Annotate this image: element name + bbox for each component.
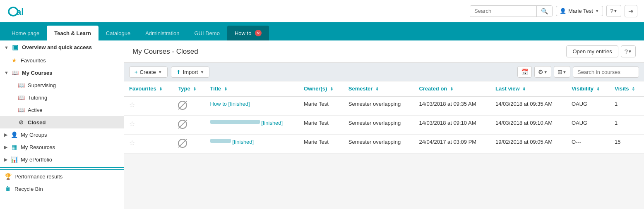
row2-favourite[interactable]: ☆	[124, 116, 173, 135]
row3-type	[173, 135, 205, 154]
sidebar-item-closed-label: Closed	[28, 119, 46, 126]
table-body: ☆ How to [finished] Marie Test Semester …	[124, 96, 644, 154]
sidebar-item-overview[interactable]: ▼ ▣ Overview and quick access	[0, 40, 124, 54]
grid-caret-icon: ▼	[562, 70, 567, 74]
myresources-icon: ▦	[10, 144, 18, 150]
col-visibility[interactable]: Visibility ⇕	[567, 81, 610, 96]
row2-title-link[interactable]: [finished]	[210, 120, 283, 126]
myeportfolio-icon: 📊	[10, 156, 18, 163]
col-semester[interactable]: Semester ⇕	[344, 81, 414, 96]
col-favourites[interactable]: Favourites ⇕	[124, 81, 173, 96]
content-help-caret: ▼	[628, 49, 632, 54]
user-menu-button[interactable]: 👤 Marie Test ▼	[556, 6, 603, 16]
col-type-label: Type	[178, 86, 190, 92]
logout-icon: ⇥	[628, 7, 634, 15]
sidebar-item-mycourses[interactable]: ▼ 📖 My Courses	[0, 66, 124, 79]
row3-favourite[interactable]: ☆	[124, 135, 173, 154]
row3-created-on: 24/04/2017 at 03:09 PM	[414, 135, 490, 154]
col-visits[interactable]: Visits ⇕	[610, 81, 644, 96]
col-title-label: Title	[210, 86, 221, 92]
tab-how-to-close-icon[interactable]: ✕	[255, 30, 262, 36]
row3-title-link[interactable]: [finished]	[210, 139, 254, 145]
row1-owner: Marie Test	[299, 96, 344, 116]
tab-home-label: Home page	[12, 30, 39, 36]
sidebar-item-tutoring[interactable]: 📖 Tutoring	[0, 91, 124, 104]
row1-last-view: 14/03/2018 at 09:35 AM	[490, 96, 567, 116]
row1-visits: 1	[610, 96, 644, 116]
row2-semester: Semester overlapping	[344, 116, 414, 135]
row3-type-icon	[178, 139, 187, 148]
tab-home[interactable]: Home page	[4, 26, 47, 40]
sidebar-item-myeportfolio[interactable]: ▶ 📊 My ePortfolio	[0, 153, 124, 166]
col-type[interactable]: Type ⇕	[173, 81, 205, 96]
import-button[interactable]: ⬆ Import ▼	[171, 66, 210, 78]
col-title-sort-icon: ⇕	[224, 87, 227, 91]
create-button[interactable]: + Create ▼	[129, 66, 168, 78]
search-courses-input[interactable]	[573, 66, 639, 78]
grid-view-button[interactable]: ⊞ ▼	[554, 66, 570, 78]
row1-star-icon[interactable]: ☆	[129, 101, 135, 108]
row1-type	[173, 96, 205, 116]
sidebar-item-recycle[interactable]: 🗑 Recycle Bin	[0, 183, 124, 195]
sidebar-item-closed[interactable]: ⊘ Closed	[0, 116, 124, 128]
tab-catalogue[interactable]: Catalogue	[99, 26, 138, 40]
courses-table: Favourites ⇕ Type ⇕ Title ⇕ Owner(s)	[124, 81, 644, 154]
col-last-view[interactable]: Last view ⇕	[490, 81, 567, 96]
col-title[interactable]: Title ⇕	[205, 81, 299, 96]
sidebar-item-performance[interactable]: 🏆 Performance results	[0, 169, 124, 183]
row1-favourite[interactable]: ☆	[124, 96, 173, 116]
tab-gui-demo[interactable]: GUI Demo	[187, 26, 227, 40]
help-button[interactable]: ? ▼	[606, 5, 621, 17]
col-last-view-label: Last view	[495, 86, 520, 92]
row1-created-on: 14/03/2018 at 09:35 AM	[414, 96, 490, 116]
settings-button[interactable]: ⚙ ▼	[534, 66, 551, 78]
logout-button[interactable]: ⇥	[625, 5, 637, 17]
open-entries-button[interactable]: Open my entries	[566, 45, 618, 57]
row1-title-link[interactable]: How to [finished]	[210, 101, 250, 107]
sidebar-item-mygroups-label: My Groups	[21, 132, 47, 138]
col-created-on-sort-icon: ⇕	[450, 87, 453, 91]
active-icon: 📖	[17, 107, 25, 113]
import-label: Import	[183, 69, 198, 75]
import-caret-icon: ▼	[200, 70, 204, 74]
sidebar-item-mygroups[interactable]: ▶ 👤 My Groups	[0, 128, 124, 141]
tutoring-icon: 📖	[17, 94, 25, 101]
search-button[interactable]: 🔍	[536, 6, 552, 17]
col-created-on[interactable]: Created on ⇕	[414, 81, 490, 96]
calendar-icon: 📅	[521, 69, 528, 75]
content-help-button[interactable]: ? ▼	[621, 45, 636, 57]
search-input[interactable]	[470, 6, 536, 16]
help-caret: ▼	[613, 9, 618, 13]
tab-administration[interactable]: Administration	[138, 26, 187, 40]
sidebar-item-supervising[interactable]: 📖 Supervising	[0, 79, 124, 91]
tab-how-to[interactable]: How to ✕	[227, 26, 269, 40]
sidebar-divider	[0, 167, 124, 168]
tab-how-to-label: How to	[235, 30, 251, 36]
col-owners-sort-icon: ⇕	[330, 87, 333, 91]
sidebar-item-favourites[interactable]: ★ Favourites	[0, 54, 124, 66]
create-plus-icon: +	[135, 69, 138, 75]
row3-owner: Marie Test	[299, 135, 344, 154]
col-owners[interactable]: Owner(s) ⇕	[299, 81, 344, 96]
tab-teach-learn[interactable]: Teach & Learn	[47, 26, 99, 40]
row1-semester: Semester overlapping	[344, 96, 414, 116]
grid-icon: ⊞	[557, 69, 562, 75]
sidebar-item-active[interactable]: 📖 Active	[0, 104, 124, 116]
row2-owner: Marie Test	[299, 116, 344, 135]
col-owners-label: Owner(s)	[304, 86, 327, 92]
user-caret-icon: ▼	[595, 9, 599, 13]
mycourses-arrow-icon: ▼	[4, 70, 9, 75]
sidebar-item-myresources[interactable]: ▶ ▦ My Resources	[0, 141, 124, 153]
content-area: My Courses - Closed Open my entries ? ▼ …	[124, 40, 644, 209]
sidebar-item-performance-label: Performance results	[14, 173, 62, 180]
row3-star-icon[interactable]: ☆	[129, 139, 135, 146]
calendar-view-button[interactable]: 📅	[517, 66, 532, 78]
logo[interactable]: al	[7, 3, 31, 19]
user-icon: 👤	[560, 8, 566, 14]
content-header: My Courses - Closed Open my entries ? ▼	[124, 40, 644, 63]
row2-star-icon[interactable]: ☆	[129, 120, 135, 127]
courses-table-container: Favourites ⇕ Type ⇕ Title ⇕ Owner(s)	[124, 81, 644, 154]
settings-icon: ⚙	[538, 69, 543, 75]
table-header: Favourites ⇕ Type ⇕ Title ⇕ Owner(s)	[124, 81, 644, 96]
tab-teach-learn-label: Teach & Learn	[54, 30, 91, 36]
